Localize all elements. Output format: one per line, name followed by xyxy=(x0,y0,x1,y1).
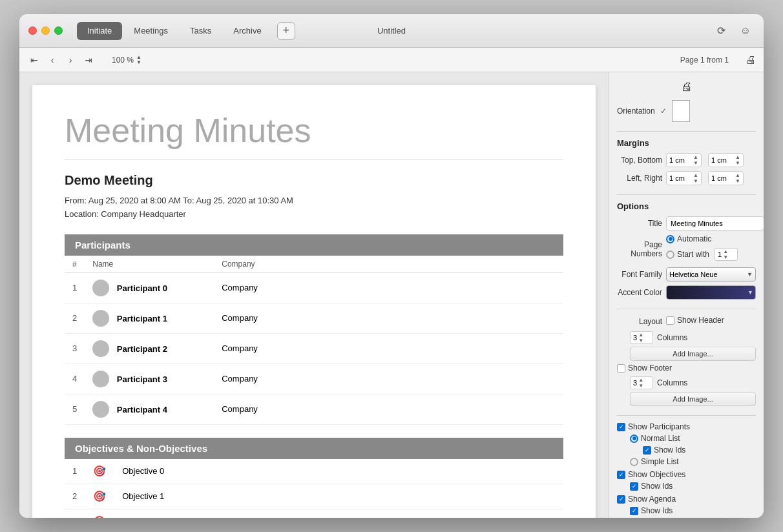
show-footer-checkbox[interactable] xyxy=(617,364,625,373)
page-numbers-start-radio[interactable]: Start with 1 ▲▼ xyxy=(666,248,756,261)
header-add-image-button[interactable]: Add Image... xyxy=(630,347,756,361)
show-ids-objectives-checkbox[interactable]: ✓ xyxy=(630,482,638,491)
table-row: 4 Participant 3 Company xyxy=(65,363,563,394)
participant-company: Company xyxy=(214,272,563,303)
start-with-label: Start with xyxy=(677,250,709,259)
objectives-section-header: Objectives & Non-Objectives xyxy=(65,438,563,459)
nav-last-button[interactable]: ⇥ xyxy=(81,53,96,67)
margin-left-spinner[interactable]: ▲▼ xyxy=(693,172,698,184)
objective-icon-cell: 🎯 xyxy=(85,509,114,518)
zoom-down-arrow[interactable]: ▼ xyxy=(136,60,141,65)
participants-options: Normal List ✓ Show Ids Simple List xyxy=(630,434,756,466)
participants-section-header: Participants xyxy=(65,234,563,256)
close-button[interactable] xyxy=(28,26,37,35)
title-row: Title xyxy=(617,216,756,230)
meeting-time: From: Aug 25, 2020 at 8:00 AM To: Aug 25… xyxy=(65,194,563,208)
objective-icon-cell: 🎯 xyxy=(85,484,114,509)
avatar xyxy=(92,371,109,387)
participant-num: 2 xyxy=(65,303,85,333)
add-tab-button[interactable]: + xyxy=(277,22,295,40)
accent-color-swatch[interactable]: ▼ xyxy=(666,285,756,300)
header-columns-value: 3 xyxy=(633,334,637,342)
minimize-button[interactable] xyxy=(41,26,50,35)
print-icon-area: 🖨 xyxy=(617,80,756,94)
show-agenda-label: Show Agenda xyxy=(628,495,676,504)
margin-right-spinner[interactable]: ▲▼ xyxy=(735,172,740,184)
show-ids-participants-checkbox[interactable]: ✓ xyxy=(643,446,651,455)
participant-company: Company xyxy=(214,303,563,333)
show-participants-checkbox[interactable]: ✓ xyxy=(617,423,625,431)
footer-add-image-button[interactable]: Add Image... xyxy=(630,392,756,406)
tab-tasks[interactable]: Tasks xyxy=(180,22,222,40)
participant-name-cell: Participant 2 xyxy=(85,333,214,363)
footer-columns-input[interactable]: 3 ▲▼ xyxy=(630,376,653,389)
smiley-icon[interactable]: ☺ xyxy=(736,22,755,40)
show-header-label: Show Header xyxy=(677,316,724,325)
refresh-icon[interactable]: ⟳ xyxy=(712,22,730,40)
footer-columns-spinner[interactable]: ▲▼ xyxy=(638,377,643,389)
show-objectives-checkbox[interactable]: ✓ xyxy=(617,471,625,479)
start-with-spinner[interactable]: ▲▼ xyxy=(723,249,728,260)
right-panel: 🖨 Orientation ✓ Margins Top, Bottom 1 cm xyxy=(609,72,764,518)
tab-archive[interactable]: Archive xyxy=(223,22,271,40)
objective-label: Objective 1 xyxy=(114,484,563,509)
meeting-title: Demo Meeting xyxy=(65,173,563,188)
objective-label: Objective 0 xyxy=(114,459,563,484)
radio-start-with[interactable] xyxy=(666,251,674,259)
participant-name-cell: Participant 3 xyxy=(85,363,214,394)
title-input[interactable] xyxy=(666,216,764,230)
radio-normal-list[interactable] xyxy=(630,435,638,443)
margin-right-input[interactable]: 1 cm ▲▼ xyxy=(708,171,744,185)
start-with-input[interactable]: 1 ▲▼ xyxy=(715,248,738,261)
avatar xyxy=(92,401,109,418)
font-family-row: Font Family Helvetica Neue ▼ xyxy=(617,267,756,281)
layout-row: Layout Show Header xyxy=(617,316,756,327)
zoom-control: 100 % ▲ ▼ xyxy=(105,54,141,66)
participant-name-cell: Participant 4 xyxy=(85,394,214,424)
participants-table: # Name Company 1 Participant 0 Company 2… xyxy=(65,256,563,425)
header-columns-spinner[interactable]: ▲▼ xyxy=(638,332,643,343)
participant-company: Company xyxy=(214,363,563,394)
maximize-button[interactable] xyxy=(54,26,63,35)
page-numbers-auto-radio[interactable]: Automatic xyxy=(666,234,756,243)
header-columns-input[interactable]: 3 ▲▼ xyxy=(630,331,653,344)
nav-next-button[interactable]: › xyxy=(63,53,78,67)
margin-top-spinner[interactable]: ▲▼ xyxy=(693,154,698,166)
col-header-num: # xyxy=(65,256,85,273)
print-toolbar-button[interactable]: 🖨 xyxy=(746,54,756,66)
page-numbers-label: Page Numbers xyxy=(617,240,662,258)
main-window: Initiate Meetings Tasks Archive + Untitl… xyxy=(19,14,764,518)
simple-list-radio[interactable]: Simple List xyxy=(630,457,756,466)
zoom-value: 100 % xyxy=(105,56,134,65)
show-agenda-checkbox[interactable]: ✓ xyxy=(617,495,625,504)
normal-list-radio[interactable]: Normal List xyxy=(630,434,756,443)
margin-top-input[interactable]: 1 cm ▲▼ xyxy=(666,153,702,167)
margin-bottom-spinner[interactable]: ▲▼ xyxy=(735,154,740,166)
orientation-label: Orientation xyxy=(617,107,655,116)
show-ids-participants-row: ✓ Show Ids xyxy=(643,445,756,455)
avatar xyxy=(92,340,109,357)
options-section: Options Title Page Numbers Automatic xyxy=(617,201,756,300)
tab-initiate[interactable]: Initiate xyxy=(77,22,122,40)
tab-meetings[interactable]: Meetings xyxy=(123,22,178,40)
objectives-table: 1 🎯 Objective 0 2 🎯 Objective 1 3 🎯 Obje… xyxy=(65,459,563,518)
font-family-label: Font Family xyxy=(617,270,662,279)
table-row: 2 Participant 1 Company xyxy=(65,303,563,333)
show-header-checkbox[interactable] xyxy=(666,316,674,325)
radio-automatic[interactable] xyxy=(666,235,674,243)
show-participants-section: ✓ Show Participants Normal List ✓ Show I… xyxy=(617,422,756,518)
nav-prev-button[interactable]: ‹ xyxy=(45,53,59,67)
participant-name: Participant 2 xyxy=(117,343,167,353)
margin-bottom-input[interactable]: 1 cm ▲▼ xyxy=(708,153,744,167)
show-ids-agenda-checkbox[interactable]: ✓ xyxy=(630,507,638,515)
layout-label: Layout xyxy=(617,317,662,326)
radio-simple-list[interactable] xyxy=(630,458,638,466)
margin-left-input[interactable]: 1 cm ▲▼ xyxy=(666,171,702,185)
orientation-box[interactable] xyxy=(672,100,690,122)
font-family-select[interactable]: Helvetica Neue ▼ xyxy=(666,267,756,281)
zoom-stepper[interactable]: ▲ ▼ xyxy=(136,54,141,66)
header-columns-label: Columns xyxy=(657,333,687,342)
nav-first-button[interactable]: ⇤ xyxy=(27,53,41,67)
agenda-options: ✓ Show Ids Show Responsible xyxy=(630,506,756,518)
print-icon[interactable]: 🖨 xyxy=(681,80,693,94)
